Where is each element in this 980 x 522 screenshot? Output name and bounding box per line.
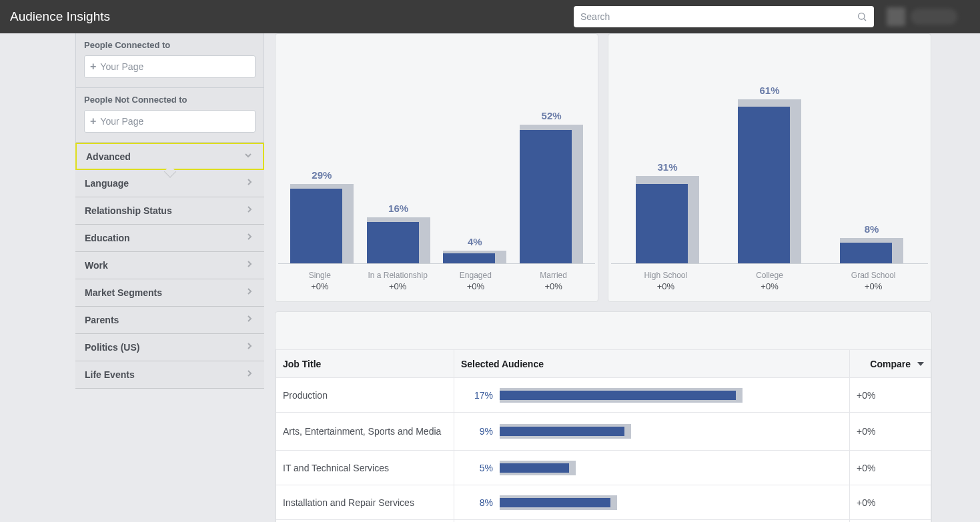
plus-icon: + <box>90 116 96 127</box>
bar-category: Married <box>514 271 592 280</box>
compare-label: Compare <box>870 359 911 369</box>
audience-pct: 8% <box>461 497 493 508</box>
table-row[interactable]: Production17%+0% <box>276 378 931 413</box>
audience-bar <box>500 388 843 403</box>
cell-title: Administrative Services <box>276 520 454 523</box>
bar-group: 31% <box>616 54 718 263</box>
chevron-right-icon <box>244 286 255 299</box>
search-box[interactable] <box>574 6 874 27</box>
filter-item-parents[interactable]: Parents <box>75 307 264 334</box>
filter-label: Relationship Status <box>85 205 172 216</box>
bar-comparison: 4% <box>443 251 506 263</box>
filter-item-relationship-status[interactable]: Relationship Status <box>75 197 264 225</box>
cell-compare: +0% <box>850 378 931 413</box>
cell-compare: +0% <box>850 413 931 451</box>
audience-bar <box>500 495 843 510</box>
search-input[interactable] <box>580 11 857 22</box>
bar-group: 8% <box>821 54 923 263</box>
bar-category: College <box>718 271 822 280</box>
chart-labels: High School+0%College+0%Grad School+0% <box>608 264 931 291</box>
bar-category: Grad School <box>821 271 925 280</box>
table-row[interactable]: Arts, Entertainment, Sports and Media9%+… <box>276 413 931 451</box>
filter-label: Work <box>85 260 108 271</box>
cell-audience: 5% <box>454 451 850 485</box>
chart-body: 29%16%4%52% <box>278 54 595 264</box>
audience-bar-fg <box>500 391 736 400</box>
bar-delta: +0% <box>821 281 925 291</box>
filter-item-work[interactable]: Work <box>75 252 264 279</box>
bar-label: Grad School+0% <box>821 271 925 291</box>
bar-delta: +0% <box>281 281 359 291</box>
education-chart-card: 31%61%8%High School+0%College+0%Grad Sch… <box>608 33 931 302</box>
bar-category: High School <box>614 271 718 280</box>
connected-page-input[interactable]: + Your Page <box>84 55 256 78</box>
placeholder-text: Your Page <box>100 116 143 127</box>
not-connected-section: People Not Connected to + Your Page <box>75 88 264 143</box>
svg-line-1 <box>864 19 866 21</box>
connected-label: People Connected to <box>84 40 256 50</box>
chart-labels: Single+0%In a Relationship+0%Engaged+0%M… <box>276 264 598 291</box>
cell-title: Arts, Entertainment, Sports and Media <box>276 413 454 451</box>
sort-desc-icon <box>917 362 924 366</box>
bar-value-label: 52% <box>520 110 583 121</box>
plus-icon: + <box>90 61 96 72</box>
bar-value-label: 16% <box>367 203 430 214</box>
bar-category: In a Relationship <box>359 271 437 280</box>
bar-label: High School+0% <box>614 271 718 291</box>
bar-selected <box>840 243 892 263</box>
table-row[interactable]: Installation and Repair Services8%+0% <box>276 485 931 520</box>
filter-label: Education <box>85 233 130 243</box>
cell-compare: +0% <box>850 520 931 523</box>
cell-title: Installation and Repair Services <box>276 485 454 520</box>
table-header-audience[interactable]: Selected Audience <box>454 350 850 378</box>
chevron-right-icon <box>244 368 255 381</box>
bar-delta: +0% <box>514 281 592 291</box>
bar-selected <box>520 130 572 263</box>
advanced-label: Advanced <box>86 151 131 162</box>
bar-group: 29% <box>284 54 360 263</box>
chevron-right-icon <box>244 259 255 272</box>
advanced-toggle[interactable]: Advanced <box>75 143 264 170</box>
bar-category: Engaged <box>437 271 515 280</box>
main-content: People Connected to + Your Page People N… <box>0 33 980 522</box>
not-connected-page-input[interactable]: + Your Page <box>84 110 256 133</box>
bar-label: Married+0% <box>514 271 592 291</box>
audience-pct: 5% <box>461 463 493 473</box>
filter-item-market-segments[interactable]: Market Segments <box>75 279 264 307</box>
cell-audience: 24% <box>454 520 850 523</box>
filter-item-life-events[interactable]: Life Events <box>75 361 264 389</box>
table-row[interactable]: IT and Technical Services5%+0% <box>276 451 931 485</box>
filter-label: Language <box>85 178 129 189</box>
table-row[interactable]: Administrative Services24%+0% <box>276 520 931 523</box>
audience-pct: 17% <box>461 390 493 401</box>
job-title-table: Job Title Selected Audience Compare Prod… <box>276 349 931 522</box>
bar-selected <box>367 222 419 263</box>
bar-comparison: 16% <box>367 217 430 263</box>
audience-bar <box>500 424 843 439</box>
filter-item-education[interactable]: Education <box>75 225 264 252</box>
bar-selected <box>290 189 342 263</box>
bar-comparison: 8% <box>840 238 903 263</box>
filter-label: Life Events <box>85 369 135 380</box>
search-icon <box>857 11 867 22</box>
content-area: 29%16%4%52%Single+0%In a Relationship+0%… <box>264 33 980 522</box>
bar-label: Single+0% <box>281 271 359 291</box>
bar-selected <box>443 253 495 263</box>
chart-body: 31%61%8% <box>611 54 928 264</box>
filter-item-politics-us-[interactable]: Politics (US) <box>75 334 264 361</box>
audience-bar-fg <box>500 427 624 436</box>
bar-comparison: 61% <box>738 99 801 263</box>
bar-value-label: 61% <box>738 85 801 96</box>
page-title: Audience Insights <box>10 9 110 24</box>
table-header-title[interactable]: Job Title <box>276 350 454 378</box>
table-header-compare[interactable]: Compare <box>850 350 931 378</box>
user-menu[interactable] <box>887 6 967 27</box>
chevron-down-icon <box>243 150 254 163</box>
filter-label: Parents <box>85 315 119 325</box>
audience-pct: 9% <box>461 426 493 437</box>
cell-title: Production <box>276 378 454 413</box>
placeholder-text: Your Page <box>100 61 143 72</box>
top-bar: Audience Insights <box>0 0 980 33</box>
bar-comparison: 52% <box>520 125 583 263</box>
avatar <box>887 7 905 26</box>
